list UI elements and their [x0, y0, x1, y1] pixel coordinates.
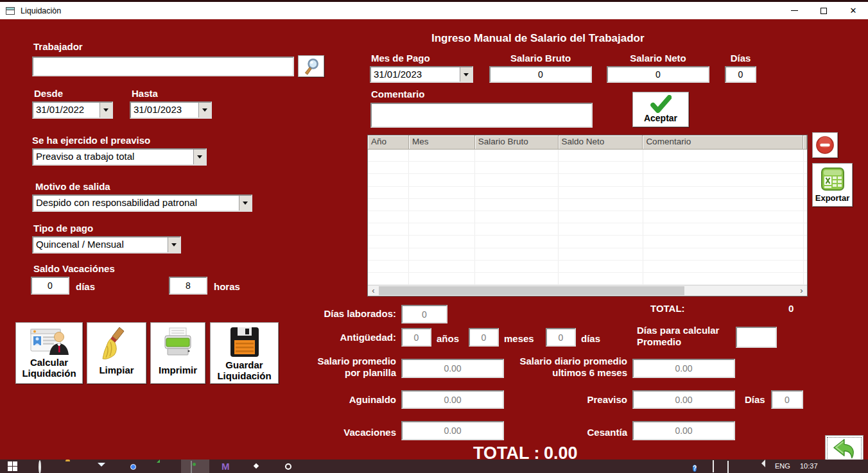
grid-cell: [475, 162, 559, 173]
grid-cell-filler: [804, 273, 807, 284]
antiguedad-anos-input[interactable]: [401, 328, 431, 347]
grid-row[interactable]: [368, 199, 807, 211]
desde-value: 31/01/2022: [33, 103, 100, 117]
grid-cell: [409, 261, 475, 272]
dias-promedio-input[interactable]: [736, 327, 777, 348]
tipo-pago-value: Quincenal / Mensual: [33, 237, 168, 252]
scroll-left-icon[interactable]: ‹: [368, 286, 379, 296]
grid-row[interactable]: [368, 223, 807, 236]
imprimir-button[interactable]: Imprimir: [150, 322, 205, 384]
aceptar-button[interactable]: Aceptar: [632, 92, 689, 127]
close-button[interactable]: ✕: [838, 2, 868, 19]
motivo-combobox[interactable]: Despido con responsabilidad patronal: [32, 194, 252, 212]
salario-bruto-input[interactable]: [489, 66, 592, 83]
start-button[interactable]: [8, 461, 17, 471]
grid-row[interactable]: [368, 187, 807, 199]
chevron-down-icon[interactable]: [460, 67, 472, 82]
dias-unit-label: días: [581, 333, 600, 344]
grid-row[interactable]: [368, 273, 807, 285]
grid-cell: [368, 211, 409, 223]
saldo-dias-input[interactable]: [31, 277, 69, 295]
grid-cell: [368, 248, 409, 260]
remove-row-button[interactable]: [812, 132, 838, 158]
grid-column-header[interactable]: Comentario: [643, 135, 803, 150]
salario-neto-input[interactable]: [607, 66, 709, 83]
guardar-liquidacion-button[interactable]: Guardar Liquidación: [210, 322, 279, 384]
dias-laborados-input[interactable]: [401, 305, 447, 323]
meses-unit-label: meses: [504, 333, 534, 344]
exportar-button[interactable]: Exportar: [812, 163, 853, 207]
language-indicator[interactable]: ENG: [775, 462, 790, 470]
grid-row[interactable]: [368, 162, 807, 174]
grid-column-header[interactable]: Salario Bruto: [475, 135, 559, 150]
form-icon: [6, 7, 15, 15]
grid-body: [368, 150, 807, 285]
grid-horizontal-scrollbar[interactable]: ‹ ›: [368, 285, 807, 296]
minus-circle-icon: [815, 135, 835, 155]
grid-row[interactable]: [368, 211, 807, 223]
grid-cell: [368, 199, 409, 211]
grid-row[interactable]: [368, 236, 807, 248]
calcular-liquidacion-button[interactable]: Calcular Liquidación: [15, 322, 83, 384]
scroll-right-icon[interactable]: ›: [796, 286, 807, 296]
grid-column-header[interactable]: Año: [368, 135, 409, 150]
grid-row[interactable]: [368, 150, 807, 162]
pc-status-icon[interactable]: [727, 461, 729, 473]
cesantia-label: Cesantía: [449, 427, 627, 438]
grid-row[interactable]: [368, 261, 807, 273]
saldo-horas-input[interactable]: [169, 277, 207, 295]
preaviso-combobox[interactable]: Preaviso a trabajo total: [32, 148, 207, 166]
help-icon[interactable]: ?: [693, 461, 697, 473]
purple-m-app-icon[interactable]: M: [221, 461, 230, 472]
scrollbar-thumb[interactable]: [379, 286, 684, 295]
antiguedad-meses-input[interactable]: [469, 328, 499, 347]
grid-column-header[interactable]: Mes: [409, 135, 475, 150]
salario-diario-input[interactable]: [632, 359, 735, 378]
preaviso-value: Preaviso a trabajo total: [33, 150, 193, 164]
chevron-down-icon[interactable]: [239, 196, 251, 211]
close-icon: ✕: [850, 6, 857, 15]
anos-unit-label: años: [437, 333, 459, 344]
chevron-down-icon[interactable]: [198, 103, 211, 117]
grid-cell: [643, 150, 804, 161]
dias-promedio-label-line1: Días para calcular: [637, 325, 719, 336]
tipo-pago-combobox[interactable]: Quincenal / Mensual: [32, 236, 181, 254]
mes-de-pago-combobox[interactable]: 31/01/2023: [370, 66, 473, 83]
hidden-icons-chevron-icon[interactable]: [713, 461, 714, 473]
salario-diario-label-line2: ultimos 6 meses: [449, 367, 627, 378]
grid-cell: [643, 236, 804, 247]
minimize-button[interactable]: [779, 2, 809, 19]
hasta-value: 31/01/2023: [131, 103, 198, 117]
aguinaldo-label: Aguinaldo: [270, 394, 396, 405]
antiguedad-dias-input[interactable]: [546, 328, 576, 347]
trabajador-input[interactable]: [32, 56, 294, 76]
grid-cell: [475, 199, 559, 211]
grid-header: AñoMesSalario BrutoSaldo NetoComentario: [368, 135, 807, 150]
chevron-down-icon[interactable]: [193, 150, 205, 164]
preaviso-monto-input[interactable]: [632, 390, 735, 409]
grid-cell: [475, 211, 559, 223]
grid-cell: [475, 223, 559, 235]
cesantia-input[interactable]: [632, 421, 735, 440]
tipo-pago-label: Tipo de pago: [33, 223, 93, 234]
dias-input[interactable]: [725, 66, 756, 83]
desde-combobox[interactable]: 31/01/2022: [32, 101, 113, 119]
hasta-combobox[interactable]: 31/01/2023: [130, 101, 212, 119]
maximize-button[interactable]: [809, 2, 838, 19]
taskbar-search-icon[interactable]: [39, 461, 41, 473]
comentario-input[interactable]: [370, 103, 593, 128]
grid-column-header[interactable]: Saldo Neto: [559, 135, 643, 150]
liquidacion-app-icon[interactable]: [191, 461, 192, 473]
chevron-down-icon[interactable]: [100, 103, 112, 117]
salario-bruto-label: Salario Bruto: [489, 53, 592, 64]
search-button[interactable]: [298, 55, 324, 77]
grid-row[interactable]: [368, 248, 807, 261]
preaviso-dias-input[interactable]: [771, 390, 803, 409]
maximize-icon: [820, 8, 827, 14]
grid-row[interactable]: [368, 174, 807, 186]
salarios-grid[interactable]: AñoMesSalario BrutoSaldo NetoComentario …: [367, 135, 808, 297]
chevron-down-icon[interactable]: [168, 237, 180, 252]
grid-cell-filler: [804, 223, 807, 235]
clock[interactable]: 10:37: [800, 462, 818, 470]
limpiar-button[interactable]: Limpiar: [87, 322, 146, 384]
